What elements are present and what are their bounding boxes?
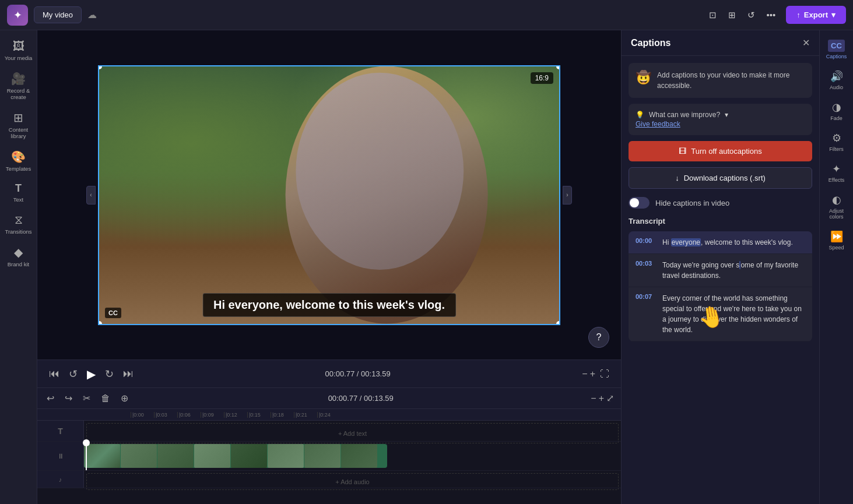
hide-captions-toggle[interactable]	[629, 197, 650, 209]
transitions-icon: ⧖	[15, 213, 23, 227]
captions-panel: Captions ✕ 🤠 Add captions to your video …	[621, 30, 819, 504]
delete-button[interactable]: 🗑	[99, 391, 113, 406]
sidebar-item-text[interactable]: T Text	[2, 178, 35, 207]
hide-captions-label: Hide captions in video	[655, 199, 729, 207]
current-time: 00:00.77	[325, 369, 355, 378]
export-icon: ↑	[796, 10, 801, 19]
sidebar-item-label: Record & create	[5, 87, 33, 100]
time-display: 00:00.77 / 00:13.59	[325, 369, 391, 378]
center-area: ‹ › Hi everyone, welcome to this week's …	[37, 30, 621, 504]
caption-info-box: 🤠 Add captions to your video to make it …	[629, 63, 812, 98]
clip-thumb-7	[304, 444, 341, 468]
rsi-adjust-colors[interactable]: ◐ Adjust colors	[822, 189, 852, 224]
clip-thumb-1	[84, 444, 120, 468]
video-title: My video	[43, 10, 73, 19]
cut-button[interactable]: ✂	[80, 390, 93, 406]
sidebar-item-content-library[interactable]: ⊞ Content library	[2, 106, 35, 144]
transcript-text-2: Every corner of the world has something …	[662, 293, 805, 335]
timeline-zoom-controls: − + ⤢	[591, 393, 614, 404]
fade-icon: ◑	[832, 101, 841, 114]
sidebar-item-transitions[interactable]: ⧖ Transitions	[2, 209, 35, 239]
cursor-pos	[739, 261, 740, 269]
clip-thumb-2	[121, 444, 157, 468]
feedback-box: 💡 What can we improve? ▾ Give feedback	[629, 104, 812, 135]
cloud-icon[interactable]: ☁	[87, 9, 97, 20]
tick-1: |0:03	[154, 412, 177, 418]
fullscreen-button[interactable]: ⛶	[600, 369, 609, 379]
sidebar-item-label: Content library	[5, 126, 33, 139]
rsi-audio[interactable]: 🔊 Audio	[822, 65, 852, 95]
video-track-content	[84, 442, 621, 470]
clip-thumb-3	[157, 444, 194, 468]
cc-badge[interactable]: CC	[105, 308, 121, 318]
transcript-time-1: 00:03	[636, 260, 657, 281]
preview-video: Hi everyone, welcome to this week's vlog…	[98, 65, 560, 325]
turn-off-autocaptions-button[interactable]: 🎞 Turn off autocaptions	[629, 141, 812, 161]
timeline-zoom-in[interactable]: +	[599, 393, 604, 404]
rsi-effects[interactable]: ✦ Effects	[822, 158, 852, 188]
effects-icon: ✦	[832, 163, 841, 175]
undo-button[interactable]: ↩	[44, 390, 57, 406]
rsi-captions[interactable]: CC Captions	[822, 35, 852, 64]
sidebar-item-record-create[interactable]: 🎥 Record & create	[2, 67, 35, 105]
transcript-entry-1[interactable]: 00:03 Today we're going over some of my …	[629, 254, 812, 287]
transcript-text-1: Today we're going over some of my favori…	[662, 260, 805, 281]
zoom-out-button[interactable]: −	[582, 369, 587, 379]
rsi-filters[interactable]: ⚙ Filters	[822, 127, 852, 157]
export-button[interactable]: ↑ Export ▾	[786, 6, 846, 24]
transcript-time-2: 00:07	[636, 293, 657, 335]
playback-bar: ⏮ ↺ ▶ ↻ ⏭ 00:00.77 / 00:13.59 − + ⛶	[37, 360, 621, 387]
info-emoji: 🤠	[636, 70, 651, 85]
audio-track-content[interactable]: + Add audio	[84, 471, 621, 488]
rotate-button[interactable]: ↺	[743, 6, 760, 24]
rsi-speed[interactable]: ⏩ Speed	[822, 225, 852, 255]
content-library-icon: ⊞	[13, 111, 23, 125]
close-panel-button[interactable]: ✕	[802, 37, 810, 48]
timeline-zoom-out[interactable]: −	[591, 393, 596, 404]
playhead-dot	[83, 439, 90, 446]
text-track: T + Add text	[37, 421, 621, 442]
add-media-button[interactable]: ⊕	[118, 390, 131, 406]
panel-title: Captions	[631, 38, 671, 48]
tick-0: |0:00	[131, 412, 154, 418]
clip-thumb-5	[231, 444, 267, 468]
more-button[interactable]: •••	[762, 6, 781, 23]
caption-text: Hi everyone, welcome to this week's vlog…	[213, 298, 445, 311]
help-button[interactable]: ?	[588, 327, 609, 348]
video-clip[interactable]	[84, 444, 387, 468]
preview-container: ‹ › Hi everyone, welcome to this week's …	[98, 65, 560, 325]
handle-bottom-right[interactable]	[556, 321, 560, 325]
add-audio-placeholder[interactable]: + Add audio	[86, 473, 619, 490]
resize-button[interactable]: ⊞	[724, 6, 740, 24]
add-text-placeholder[interactable]: + Add text	[86, 423, 619, 443]
crop-button[interactable]: ⊡	[704, 6, 721, 24]
sidebar-item-templates[interactable]: 🎨 Templates	[2, 145, 35, 177]
redo-button[interactable]: ↪	[62, 390, 75, 406]
hide-captions-row: Hide captions in video	[629, 195, 812, 211]
play-button[interactable]: ▶	[87, 367, 96, 381]
handle-top-right[interactable]	[556, 65, 560, 69]
playhead	[86, 442, 87, 470]
timeline-area: ↩ ↪ ✂ 🗑 ⊕ 00:00.77 / 00:13.59 − + ⤢	[37, 387, 621, 504]
rsi-fade[interactable]: ◑ Fade	[822, 96, 852, 126]
prev-frame-button[interactable]: ⏮	[49, 368, 59, 380]
timeline-expand[interactable]: ⤢	[606, 393, 614, 404]
collapse-left-arrow[interactable]: ‹	[86, 186, 96, 205]
forward-button[interactable]: ↻	[105, 368, 114, 380]
transcript-entry-0[interactable]: 00:00 Hi everyone, welcome to this week'…	[629, 231, 812, 254]
sidebar-item-brand-kit[interactable]: ◆ Brand kit	[2, 241, 35, 272]
toolbar-icons: ⊡ ⊞ ↺ •••	[704, 6, 781, 24]
text-track-content[interactable]: + Add text	[84, 421, 621, 441]
bulb-icon: 💡	[636, 111, 644, 119]
sidebar-item-your-media[interactable]: 🖼 Your media	[2, 35, 35, 66]
collapse-right-arrow[interactable]: ›	[563, 186, 572, 205]
feedback-link[interactable]: Give feedback	[636, 120, 728, 128]
speed-icon: ⏩	[830, 230, 843, 243]
download-captions-button[interactable]: ↓ Download captions (.srt)	[629, 167, 812, 189]
next-frame-button[interactable]: ⏭	[123, 368, 134, 380]
transcript-entry-2[interactable]: 00:07 Every corner of the world has some…	[629, 287, 812, 341]
video-title-button[interactable]: My video	[34, 6, 82, 23]
rewind-button[interactable]: ↺	[69, 368, 78, 380]
audio-track-label: ♪	[37, 471, 84, 488]
zoom-in-button[interactable]: +	[590, 369, 595, 379]
